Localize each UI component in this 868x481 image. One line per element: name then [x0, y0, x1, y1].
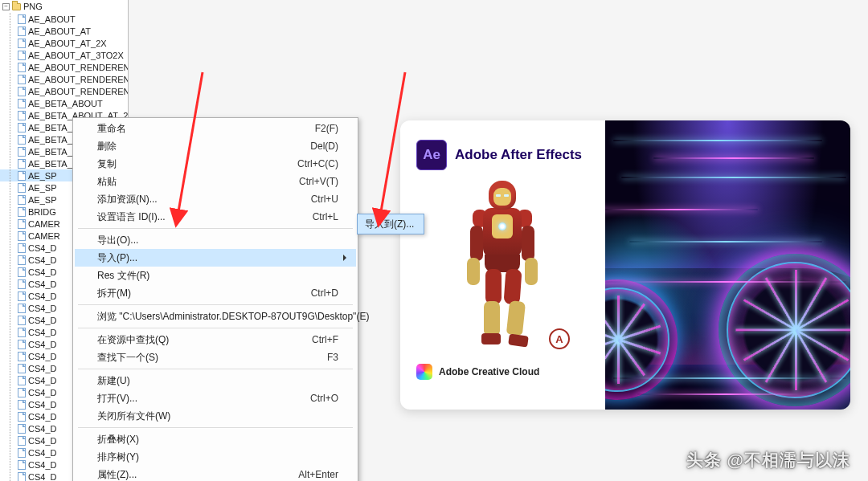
page-icon: [18, 26, 26, 36]
tree-item-label: CS4_D: [28, 436, 56, 446]
page-icon: [18, 352, 26, 361]
neon-streak: [605, 209, 758, 210]
context-menu-shortcut: F3: [327, 352, 338, 363]
tree-root-row[interactable]: − PNG: [0, 0, 128, 13]
tree-item-label: CS4_D: [28, 400, 56, 410]
context-menu-shortcut: Ctrl+F: [312, 334, 338, 345]
context-menu-item[interactable]: 添加资源(N)...Ctrl+U: [75, 190, 356, 208]
tree-root-label: PNG: [23, 2, 43, 11]
tree-item-label: CS4_D: [28, 472, 56, 482]
tree-item-label: CS4_D: [28, 448, 56, 458]
tree-item[interactable]: AE_BETA_ABOUT: [0, 97, 128, 109]
context-menu-shortcut: Alt+Enter: [298, 469, 338, 480]
tree-item-label: AE_ABOUT_RENDERENG: [28, 75, 128, 84]
context-menu-shortcut: Ctrl+U: [311, 194, 338, 205]
context-menu-label: 关闭所有文件(W): [97, 410, 338, 423]
tree-item-label: AE_ABOUT_AT_3TO2X: [28, 51, 124, 60]
context-menu-item[interactable]: 复制Ctrl+C(C): [75, 155, 356, 173]
tree-item[interactable]: AE_ABOUT_RENDERENG: [0, 73, 128, 85]
page-icon: [18, 111, 26, 120]
context-menu-item[interactable]: 拆开(M)Ctrl+D: [75, 284, 356, 302]
tree-item-label: CAMER: [28, 231, 60, 241]
context-menu-shortcut: Ctrl+L: [313, 211, 338, 222]
context-menu-label: 打开(V)...: [97, 392, 310, 406]
page-icon: [18, 304, 26, 313]
tree-item[interactable]: AE_ABOUT: [0, 13, 128, 25]
hero-illustration: A: [416, 170, 589, 359]
context-menu-shortcut: Del(D): [310, 141, 338, 152]
context-menu-item[interactable]: 排序树(Y): [75, 448, 356, 466]
context-menu-label: 折叠树(X): [97, 433, 338, 446]
creative-cloud-row: Adobe Creative Cloud: [416, 364, 589, 380]
context-menu-shortcut: Ctrl+O: [310, 393, 338, 404]
context-menu-shortcut: F2(F): [315, 123, 338, 134]
tree-item-label: CS4_D: [28, 328, 56, 337]
page-icon: [18, 183, 26, 193]
tree-item-label: CS4_D: [28, 364, 56, 373]
context-menu-item[interactable]: 折叠树(X): [75, 430, 356, 448]
context-menu-label: 查找下一个(S): [97, 351, 327, 365]
context-menu-item[interactable]: 浏览 "C:\Users\Administrator.DESKTOP-87OUT…: [75, 308, 356, 325]
context-menu-item[interactable]: 设置语言 ID(I)...Ctrl+L: [75, 208, 356, 226]
context-menu-item[interactable]: 关闭所有文件(W): [75, 407, 356, 425]
tree-item-label: CS4_D: [28, 304, 56, 313]
page-icon: [18, 364, 26, 373]
page-icon: [18, 472, 26, 482]
context-menu-item[interactable]: 查找下一个(S)F3: [75, 349, 356, 366]
tree-item-label: CS4_D: [28, 352, 56, 361]
page-icon: [18, 147, 26, 157]
folder-icon: [12, 3, 21, 10]
tree-item-label: CS4_D: [28, 340, 56, 349]
neon-streak: [629, 241, 822, 243]
neon-streak: [637, 393, 814, 395]
context-menu-separator: [78, 304, 353, 305]
context-menu-item[interactable]: 新建(U): [75, 372, 356, 389]
tree-item[interactable]: AE_ABOUT_AT: [0, 25, 128, 37]
ae-app-code: Ae: [423, 147, 440, 163]
tree-item-label: CAMER: [28, 219, 60, 229]
context-menu-item[interactable]: 粘贴Ctrl+V(T): [75, 173, 356, 190]
neon-streak: [613, 140, 822, 141]
context-menu-label: 属性(Z)...: [97, 468, 298, 482]
splash-card: Ae Adobe After Effects A Ado: [400, 120, 850, 410]
tree-guideline: [10, 13, 10, 481]
tree-item-label: CS4_D: [28, 267, 56, 277]
context-menu[interactable]: 重命名F2(F)删除Del(D)复制Ctrl+C(C)粘贴Ctrl+V(T)添加…: [72, 117, 358, 481]
tree-item-label: AE_ABOUT_AT_2X: [28, 39, 107, 48]
page-icon: [18, 328, 26, 337]
context-menu-item[interactable]: 打开(V)...Ctrl+O: [75, 389, 356, 407]
tree-item[interactable]: AE_ABOUT_RENDERENG: [0, 85, 128, 97]
creative-cloud-icon: [416, 364, 432, 380]
tree-item-label: AE_SP: [28, 171, 56, 181]
page-icon: [18, 75, 26, 84]
page-icon: [18, 388, 26, 397]
context-menu-item[interactable]: 属性(Z)...Alt+Enter: [75, 466, 356, 481]
splash-left-panel: Ae Adobe After Effects A Ado: [400, 120, 605, 410]
page-icon: [18, 255, 26, 265]
context-menu-item[interactable]: 导出(O)...: [75, 231, 356, 249]
context-menu-item[interactable]: 导入(P)...: [75, 249, 356, 267]
page-icon: [18, 243, 26, 253]
page-icon: [18, 207, 26, 217]
context-menu-label: 拆开(M): [97, 287, 311, 300]
context-menu-item[interactable]: 重命名F2(F): [75, 120, 356, 137]
context-menu-shortcut: Ctrl+C(C): [297, 158, 338, 169]
submenu-arrow-icon: [343, 255, 350, 261]
neon-streak: [653, 157, 814, 159]
context-menu-item[interactable]: 在资源中查找(Q)Ctrl+F: [75, 331, 356, 349]
context-menu-item[interactable]: 删除Del(D): [75, 137, 356, 155]
page-icon: [18, 400, 26, 410]
ironman-figure: [459, 181, 547, 349]
tree-item-label: CS4_D: [28, 243, 56, 253]
tree-item[interactable]: AE_ABOUT_AT_3TO2X: [0, 49, 128, 61]
context-menu-item[interactable]: Res 文件(R): [75, 267, 356, 284]
page-icon: [18, 14, 26, 24]
ae-app-icon: Ae: [416, 140, 447, 170]
tree-item-label: CS4_D: [28, 316, 56, 325]
creative-cloud-label: Adobe Creative Cloud: [439, 366, 539, 377]
tree-collapse-icon[interactable]: −: [2, 3, 10, 10]
context-menu-label: 导入(P)...: [97, 251, 338, 265]
tree-item[interactable]: AE_ABOUT_RENDERENG: [0, 61, 128, 73]
tree-item[interactable]: AE_ABOUT_AT_2X: [0, 37, 128, 49]
tree-item-label: CS4_D: [28, 424, 56, 434]
